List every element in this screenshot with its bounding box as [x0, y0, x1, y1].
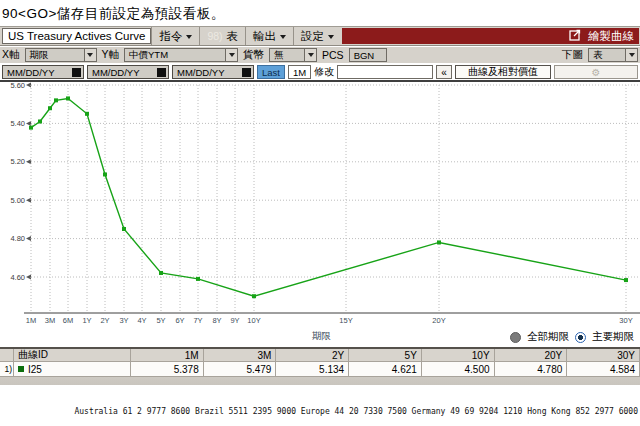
- subchart-select[interactable]: 表: [588, 48, 638, 62]
- row-number: 1): [0, 362, 14, 377]
- svg-text:3M: 3M: [45, 316, 55, 325]
- table-header-curve-id: 曲線ID: [14, 349, 131, 362]
- output-button[interactable]: 輸出: [245, 27, 293, 45]
- x-axis-select[interactable]: 期限: [25, 48, 97, 62]
- curve-id-cell: I25: [14, 362, 131, 377]
- settings-button[interactable]: 設定: [293, 27, 341, 45]
- value-1m: 5.378: [131, 362, 204, 377]
- chevron-down-icon: [186, 35, 192, 39]
- tab-curve-relative-value[interactable]: 曲線及相對價值: [455, 65, 551, 79]
- table-header-2y: 2Y: [276, 349, 349, 362]
- svg-text:20Y: 20Y: [432, 316, 445, 325]
- gear-icon: ⚙: [592, 67, 601, 78]
- svg-text:10Y: 10Y: [247, 316, 260, 325]
- svg-text:15Y: 15Y: [339, 316, 352, 325]
- currency-label: 貨幣: [243, 48, 264, 62]
- curve-data-table: 曲線ID 1M 3M 2Y 5Y 10Y 20Y 30Y 1) I25 5.37…: [0, 347, 640, 385]
- table-header-row: 曲線ID 1M 3M 2Y 5Y 10Y 20Y 30Y: [0, 349, 640, 362]
- table-header-blank: [0, 349, 14, 362]
- pcs-label: PCS: [322, 49, 344, 61]
- svg-text:5.60: 5.60: [10, 82, 25, 90]
- calendar-picker-icon[interactable]: [72, 68, 81, 77]
- yield-curve-chart[interactable]: 5.605.405.205.004.804.601M3M6M1Y2Y3Y4Y5Y…: [0, 82, 640, 347]
- chevron-down-icon: [280, 35, 286, 39]
- chevron-down-icon: [225, 49, 237, 61]
- table-header-10y: 10Y: [422, 349, 495, 362]
- curve-color-swatch: [18, 366, 24, 372]
- status-message: 90<GO>儲存目前設定為預設看板。: [2, 5, 225, 23]
- pcs-field[interactable]: BGN: [349, 48, 387, 62]
- date-input-1[interactable]: MM/DD/YY: [2, 65, 84, 79]
- date-input-2[interactable]: MM/DD/YY: [87, 65, 169, 79]
- draw-curve-icon: [569, 29, 581, 43]
- svg-text:9Y: 9Y: [230, 316, 239, 325]
- gear-button[interactable]: ⚙: [554, 65, 638, 79]
- table-header-30y: 30Y: [567, 349, 640, 362]
- table-header-3m: 3M: [204, 349, 277, 362]
- svg-text:6Y: 6Y: [175, 316, 184, 325]
- legend-radio-major[interactable]: [575, 332, 586, 343]
- table-button[interactable]: 98) 表: [199, 27, 245, 45]
- tenor-legend: 全部期限 主要期限: [510, 330, 634, 344]
- currency-select[interactable]: 無: [269, 48, 317, 62]
- legend-label-all: 全部期限: [527, 330, 569, 344]
- curve-id: I25: [28, 364, 42, 375]
- y-axis-select[interactable]: 中價YTM: [124, 48, 238, 62]
- svg-text:1M: 1M: [26, 316, 36, 325]
- chevron-down-icon: [625, 49, 637, 61]
- svg-text:期限: 期限: [312, 330, 331, 341]
- svg-text:4.60: 4.60: [10, 273, 25, 282]
- svg-text:4.80: 4.80: [10, 234, 25, 243]
- curve-title-field[interactable]: US Treasury Actives Curve: [2, 28, 151, 44]
- modify-input[interactable]: [337, 65, 433, 79]
- svg-text:5.00: 5.00: [10, 196, 25, 205]
- svg-text:5.40: 5.40: [10, 119, 25, 128]
- svg-text:5.20: 5.20: [10, 157, 25, 166]
- value-5y: 4.621: [349, 362, 422, 377]
- bloomberg-terminal-screen: 90<GO>儲存目前設定為預設看板。 US Treasury Actives C…: [0, 0, 640, 426]
- date-controls-row: MM/DD/YY MM/DD/YY MM/DD/YY Last 1M 修改 « …: [0, 64, 640, 82]
- period-button[interactable]: 1M: [288, 65, 311, 79]
- value-2y: 5.134: [276, 362, 349, 377]
- x-axis-label: X軸: [2, 48, 20, 62]
- table-row[interactable]: 1) I25 5.378 5.479 5.134 4.621 4.500 4.7…: [0, 362, 640, 377]
- svg-text:30Y: 30Y: [619, 316, 632, 325]
- svg-text:7Y: 7Y: [193, 316, 202, 325]
- value-3m: 5.479: [204, 362, 277, 377]
- svg-text:1Y: 1Y: [82, 316, 91, 325]
- bloomberg-footer: Australia 61 2 9777 8600 Brazil 5511 239…: [50, 388, 638, 426]
- subchart-label: 下圖: [562, 48, 583, 62]
- collapse-button[interactable]: «: [436, 65, 452, 79]
- axis-controls-row: X軸 期限 Y軸 中價YTM 貨幣 無 PCS BGN 下圖 表: [0, 47, 640, 63]
- svg-text:2Y: 2Y: [100, 316, 109, 325]
- draw-curve-button[interactable]: 繪製曲線: [588, 29, 634, 44]
- svg-text:4Y: 4Y: [137, 316, 146, 325]
- command-input-bar[interactable]: 繪製曲線: [342, 28, 639, 44]
- footer-line-1: Australia 61 2 9777 8600 Brazil 5511 239…: [50, 407, 638, 417]
- chevron-down-icon: [328, 35, 334, 39]
- svg-text:5Y: 5Y: [156, 316, 165, 325]
- value-10y: 4.500: [422, 362, 495, 377]
- calendar-picker-icon[interactable]: [157, 68, 166, 77]
- modify-label: 修改: [314, 65, 334, 79]
- legend-radio-all[interactable]: [510, 332, 521, 343]
- legend-label-major: 主要期限: [592, 330, 634, 344]
- table-header-1m: 1M: [131, 349, 204, 362]
- chevron-down-icon: [304, 49, 316, 61]
- y-axis-label: Y軸: [102, 48, 120, 62]
- last-button[interactable]: Last: [257, 65, 285, 79]
- main-toolbar: US Treasury Actives Curve 指令 98) 表 輸出 設定…: [0, 26, 640, 46]
- svg-text:8Y: 8Y: [212, 316, 221, 325]
- calendar-picker-icon[interactable]: [242, 68, 251, 77]
- svg-text:6M: 6M: [63, 316, 73, 325]
- table-header-20y: 20Y: [495, 349, 568, 362]
- date-input-3[interactable]: MM/DD/YY: [172, 65, 254, 79]
- value-20y: 4.780: [495, 362, 568, 377]
- command-button[interactable]: 指令: [151, 27, 199, 45]
- chart-area: 5.605.405.205.004.804.601M3M6M1Y2Y3Y4Y5Y…: [0, 82, 640, 347]
- value-30y: 4.584: [567, 362, 640, 377]
- svg-text:3Y: 3Y: [119, 316, 128, 325]
- chevron-down-icon: [84, 49, 96, 61]
- table-header-5y: 5Y: [349, 349, 422, 362]
